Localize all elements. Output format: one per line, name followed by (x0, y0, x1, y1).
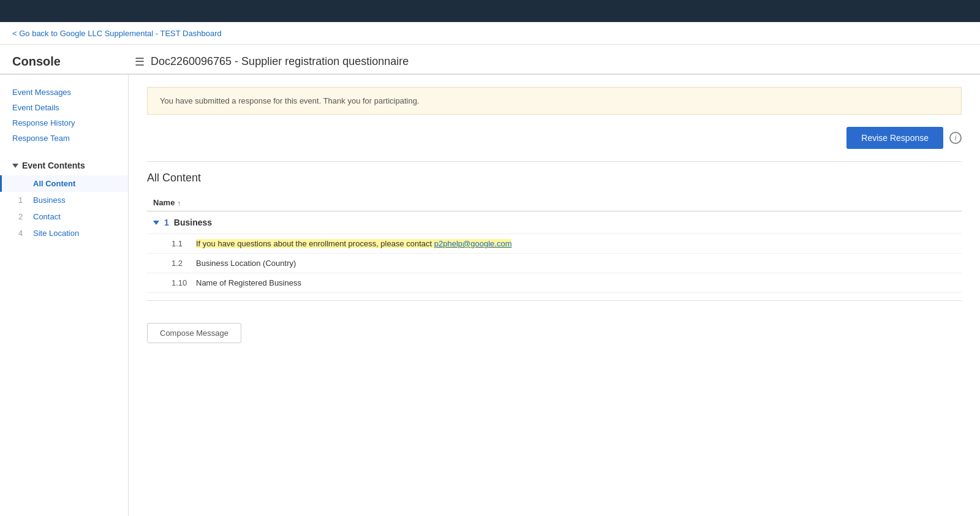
event-contents-section: Event Contents All Content 1 Business (0, 156, 128, 241)
item-num-1-1: 1.1 (172, 239, 196, 248)
header-row: Console ☰ Doc2260096765 - Supplier regis… (0, 45, 980, 74)
event-contents-header[interactable]: Event Contents (0, 156, 128, 175)
content-item-1-2: 1.2 Business Location (Country) (147, 254, 962, 273)
doc-title-area: ☰ Doc2260096765 - Supplier registration … (135, 55, 409, 69)
sidebar-item-response-team[interactable]: Response Team (0, 131, 128, 146)
item-text-prefix: If you have questions about the enrollme… (196, 239, 434, 248)
sidebar-content-item-contact[interactable]: 2 Contact (0, 208, 128, 225)
item-num: 2 (18, 212, 28, 221)
doc-title: Doc2260096765 - Supplier registration qu… (151, 55, 409, 68)
group-label: Business (174, 218, 212, 227)
item-text-1-2: Business Location (Country) (196, 259, 296, 268)
item-num-1-2: 1.2 (172, 259, 196, 268)
revise-response-button[interactable]: Revise Response (846, 127, 943, 149)
item-label: Contact (33, 212, 61, 221)
notification-text: You have submitted a response for this e… (160, 96, 419, 105)
item-label: Business (33, 195, 66, 205)
revise-row: Revise Response i (147, 127, 962, 149)
console-title: Console (12, 55, 135, 69)
main-content: You have submitted a response for this e… (129, 75, 980, 516)
item-link-1-1[interactable]: p2phelp@google.com (434, 239, 512, 248)
item-text-1-1: If you have questions about the enrollme… (196, 239, 511, 248)
sidebar-content-item-site-location[interactable]: 4 Site Location (0, 225, 128, 241)
table-header-row: Name ↑ (147, 194, 962, 211)
name-header-label: Name (153, 198, 175, 207)
event-contents-label: Event Contents (22, 161, 85, 170)
info-icon[interactable]: i (949, 132, 962, 144)
back-link[interactable]: < Go back to Google LLC Supplemental - T… (12, 29, 222, 38)
notification-banner: You have submitted a response for this e… (147, 87, 962, 115)
group-collapse-icon (153, 221, 159, 225)
main-container: Event Messages Event Details Response Hi… (0, 75, 980, 516)
top-bar (0, 0, 980, 22)
name-column-header[interactable]: Name ↑ (153, 198, 181, 207)
back-link-bar: < Go back to Google LLC Supplemental - T… (0, 22, 980, 45)
content-items-list: All Content 1 Business 2 Contact 4 (0, 175, 128, 241)
sidebar-item-event-messages[interactable]: Event Messages (0, 85, 128, 100)
sidebar-item-response-history[interactable]: Response History (0, 115, 128, 131)
all-content-section: All Content Name ↑ 1 Business 1.1 (147, 161, 962, 343)
sidebar: Event Messages Event Details Response Hi… (0, 75, 129, 516)
item-text-1-10: Name of Registered Business (196, 278, 301, 287)
group-num: 1 (164, 218, 169, 227)
item-num: 1 (18, 195, 28, 205)
compose-message-button[interactable]: Compose Message (147, 323, 241, 343)
sidebar-content-item-business[interactable]: 1 Business (0, 192, 128, 208)
item-label: All Content (33, 179, 75, 188)
sidebar-content-item-all-content[interactable]: All Content (0, 175, 128, 192)
item-num-1-10: 1.10 (172, 278, 196, 287)
collapse-icon (12, 164, 18, 168)
content-item-1-1: 1.1 If you have questions about the enro… (147, 234, 962, 254)
group-row-business[interactable]: 1 Business (147, 211, 962, 234)
all-content-title: All Content (147, 172, 962, 184)
doc-icon: ☰ (135, 55, 145, 69)
divider (147, 300, 962, 301)
item-num: 4 (18, 229, 28, 238)
item-label: Site Location (33, 229, 79, 238)
sidebar-item-event-details[interactable]: Event Details (0, 100, 128, 115)
sort-arrow: ↑ (177, 199, 181, 207)
content-item-1-10: 1.10 Name of Registered Business (147, 273, 962, 293)
